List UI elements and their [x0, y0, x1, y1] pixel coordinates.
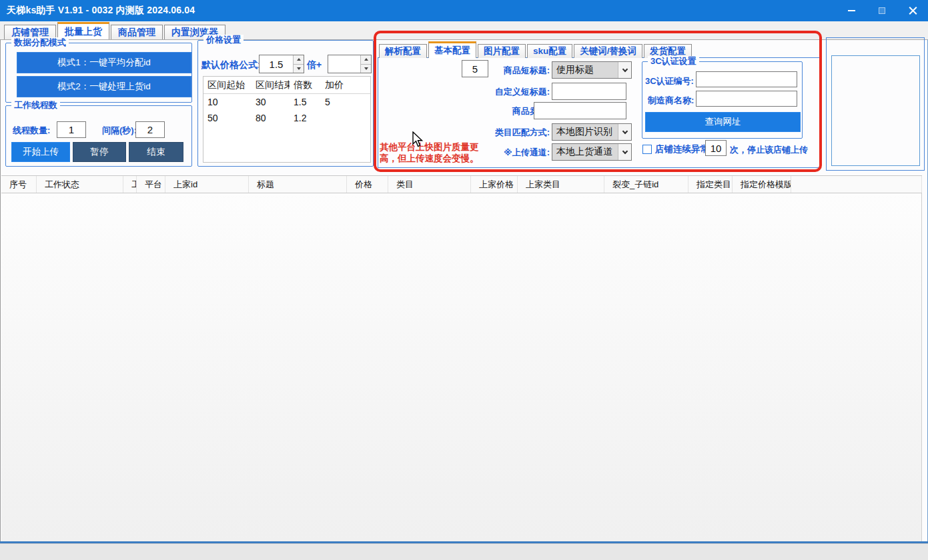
price-cell: 30: [252, 97, 290, 107]
checkbox-box[interactable]: [642, 145, 652, 154]
triangle-down-icon: [297, 67, 301, 70]
status-bar: [0, 543, 928, 560]
app-window: 天梯ks助手 V1.91 - 0032 内测版 2024.06.04 店铺管理批…: [0, 0, 928, 560]
spin-up-button[interactable]: [361, 55, 371, 64]
table-column-10[interactable]: 裂变_子链id: [604, 176, 688, 193]
triangle-up-icon: [297, 58, 301, 61]
config-tab-1[interactable]: 基本配置: [428, 41, 476, 58]
table-column-9[interactable]: 上家类目: [518, 176, 604, 193]
table-column-7[interactable]: 类目: [388, 176, 471, 193]
maximize-button[interactable]: [867, 0, 897, 21]
manufacturer-label: 制造商名称:: [648, 95, 694, 107]
price-formula-value[interactable]: 1.5: [260, 55, 293, 73]
minimize-button[interactable]: [836, 0, 867, 21]
price-cell: 5: [321, 97, 352, 107]
data-mode-group: 数据分配模式 模式1：一键平均分配id 模式2：一键处理上货id: [5, 43, 192, 103]
thread-count-input[interactable]: [57, 121, 86, 138]
cert-group: 3C认证设置 3C认证编号: 制造商名称: 查询网址: [642, 61, 803, 139]
custom-short-title-input[interactable]: [552, 83, 626, 100]
short-title-select[interactable]: 使用标题: [552, 61, 632, 79]
checkbox-shop-abnormal[interactable]: 店铺连续异常: [642, 143, 709, 155]
config-tab-3[interactable]: sku配置: [527, 44, 572, 58]
price-formula-spinner[interactable]: 1.5: [259, 55, 304, 73]
maximize-icon: [879, 7, 885, 14]
price-formula-spin-buttons: [293, 55, 304, 73]
interval-label: 间隔(秒):: [102, 125, 137, 137]
price-col-header: 倍数: [290, 79, 321, 91]
thread-group-title: 工作线程数: [11, 100, 60, 111]
price-cell: 10: [203, 97, 252, 107]
thread-group: 工作线程数 线程数量: 间隔(秒): 开始上传 暂停 结束: [5, 105, 192, 167]
manufacturer-input[interactable]: [696, 91, 797, 107]
table-column-11[interactable]: 指定类目: [688, 176, 733, 193]
price-table-row-1[interactable]: 50801.2: [203, 110, 370, 126]
interval-input[interactable]: [135, 121, 165, 138]
table-column-13[interactable]: [791, 176, 922, 193]
data-table-header: 序号工作状态工平台上家id标题价格类目上家价格上家类目裂变_子链id指定类目指定…: [1, 175, 922, 193]
table-column-1[interactable]: 工作状态: [37, 176, 123, 193]
price-range-table[interactable]: 区间起始区间结束倍数加价10301.5550801.2: [203, 76, 371, 163]
table-column-3[interactable]: 平台: [137, 176, 165, 193]
table-column-5[interactable]: 标题: [249, 176, 347, 193]
cert-no-input[interactable]: [696, 71, 797, 87]
chevron-down-icon: [622, 66, 627, 71]
triangle-down-icon: [364, 67, 368, 70]
minimize-icon: [848, 10, 855, 11]
table-column-0[interactable]: 序号: [1, 176, 37, 193]
config-tab-strip: 解析配置基本配置图片配置sku配置关键词/替换词发货配置: [379, 41, 693, 58]
chevron-down-icon: [622, 148, 627, 153]
config-tab-4[interactable]: 关键词/替换词: [574, 44, 642, 58]
table-column-8[interactable]: 上家价格: [471, 176, 518, 193]
mode2-button[interactable]: 模式2：一键处理上货id: [17, 76, 191, 97]
close-button[interactable]: [897, 0, 928, 21]
price-cell: 1.2: [290, 113, 321, 123]
stop-button[interactable]: 结束: [129, 142, 183, 162]
triangle-up-icon: [364, 58, 368, 61]
price-plus-value[interactable]: [328, 55, 360, 73]
short-title-label: 商品短标题:: [460, 65, 550, 77]
spin-up-button[interactable]: [294, 55, 304, 64]
dropdown-button[interactable]: [618, 124, 631, 140]
data-mode-group-title: 数据分配模式: [11, 37, 69, 48]
table-column-4[interactable]: 上家id: [165, 176, 249, 193]
pause-button[interactable]: 暂停: [73, 142, 126, 162]
table-column-12[interactable]: 指定价格模版: [733, 176, 791, 193]
table-column-6[interactable]: 价格: [347, 176, 388, 193]
shop-abnormal-suffix: 次，停止该店铺上传: [730, 144, 808, 156]
price-cell: 80: [252, 113, 290, 123]
price-formula-label: 默认价格公式:: [201, 59, 261, 71]
abnormal-count-input[interactable]: [705, 140, 727, 156]
price-plus-spinner[interactable]: [328, 55, 372, 73]
price-cell: 50: [203, 113, 252, 123]
price-table-row-0[interactable]: 10301.55: [203, 94, 370, 110]
spin-down-button[interactable]: [294, 64, 304, 73]
thread-count-label: 线程数量:: [13, 125, 50, 137]
upload-channel-select[interactable]: 本地上货通道: [552, 143, 632, 161]
config-tab-2[interactable]: 图片配置: [478, 44, 526, 58]
start-upload-button[interactable]: 开始上传: [11, 142, 70, 162]
main-tab-2[interactable]: 商品管理: [111, 25, 163, 39]
table-column-2[interactable]: 工: [123, 176, 137, 193]
mode1-button[interactable]: 模式1：一键平均分配id: [17, 52, 191, 73]
cert-group-title: 3C认证设置: [648, 56, 699, 67]
price-cell: 1.5: [290, 97, 321, 107]
title-bar: 天梯ks助手 V1.91 - 0032 内测版 2024.06.04: [0, 0, 928, 21]
spin-down-button[interactable]: [361, 64, 371, 73]
category-match-label: 类目匹配方式:: [460, 127, 550, 139]
data-table-body[interactable]: [1, 193, 922, 541]
dropdown-button[interactable]: [618, 62, 631, 78]
selling-point-input[interactable]: [534, 102, 626, 119]
category-match-select[interactable]: 本地图片识别: [552, 123, 632, 141]
query-url-button[interactable]: 查询网址: [645, 112, 801, 132]
window-controls: [836, 0, 928, 21]
price-col-header: 区间起始: [203, 79, 252, 91]
config-tab-0[interactable]: 解析配置: [379, 44, 427, 58]
price-col-header: 区间结束: [252, 79, 290, 91]
price-col-header: 加价: [321, 79, 352, 91]
right-panel-inner-box: [831, 55, 920, 166]
price-table-header-row: 区间起始区间结束倍数加价: [203, 77, 370, 94]
dropdown-button[interactable]: [618, 144, 631, 160]
close-icon: [909, 7, 917, 15]
custom-short-title-label: 自定义短标题:: [460, 86, 550, 98]
window-title: 天梯ks助手 V1.91 - 0032 内测版 2024.06.04: [0, 5, 195, 17]
